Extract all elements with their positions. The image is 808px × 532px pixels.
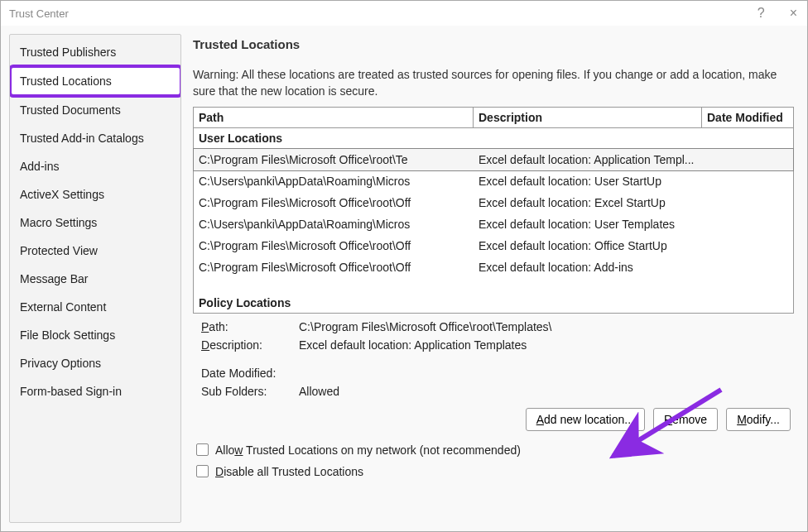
col-date-modified[interactable]: Date Modified <box>702 108 793 127</box>
modify-button[interactable]: Modify... <box>726 408 791 431</box>
cell-description: Excel default location: User Templates <box>474 216 793 232</box>
sidebar-item-message-bar[interactable]: Message Bar <box>10 265 180 293</box>
help-button[interactable]: ? <box>753 5 770 22</box>
sidebar-item-trusted-documents[interactable]: Trusted Documents <box>10 96 180 124</box>
sidebar-item-file-block-settings[interactable]: File Block Settings <box>10 321 180 349</box>
table-header: Path Description Date Modified <box>194 108 793 128</box>
remove-button[interactable]: Remove <box>653 408 718 431</box>
detail-date-label: Date Modified: <box>201 367 299 380</box>
table-row[interactable]: C:\Users\panki\AppData\Roaming\MicrosExc… <box>194 170 793 192</box>
sidebar-item-form-based-sign-in[interactable]: Form-based Sign-in <box>10 377 180 405</box>
disable-all-checkbox[interactable] <box>196 465 209 477</box>
table-row[interactable]: C:\Program Files\Microsoft Office\root\O… <box>194 192 793 213</box>
close-button[interactable]: × <box>785 5 802 22</box>
sidebar-item-trusted-add-in-catalogs[interactable]: Trusted Add-in Catalogs <box>10 124 180 152</box>
titlebar: Trust Center ? × <box>1 1 807 26</box>
detail-path-label: Path: <box>201 320 299 333</box>
disable-all-row[interactable]: Disable all Trusted Locations <box>196 465 794 478</box>
detail-subfolders-value: Allowed <box>299 385 339 398</box>
table-row[interactable]: C:\Program Files\Microsoft Office\root\O… <box>194 235 793 256</box>
detail-desc-label: Description: <box>201 338 299 352</box>
table-row[interactable]: C:\Users\panki\AppData\Roaming\MicrosExc… <box>194 213 793 235</box>
col-description[interactable]: Description <box>474 108 702 127</box>
table-row[interactable]: C:\Program Files\Microsoft Office\root\T… <box>194 149 793 170</box>
buttons-row: Add new location... Remove Modify... <box>193 408 791 431</box>
sidebar-item-trusted-locations[interactable]: Trusted Locations <box>10 66 181 96</box>
warning-text: Warning: All these locations are treated… <box>193 66 794 100</box>
details-panel: Path: C:\Program Files\Microsoft Office\… <box>201 320 791 403</box>
add-new-location-button[interactable]: Add new location... <box>526 408 645 431</box>
cell-description: Excel default location: Add-ins <box>474 259 793 276</box>
sidebar-item-privacy-options[interactable]: Privacy Options <box>10 349 180 377</box>
sidebar: Trusted PublishersTrusted LocationsTrust… <box>9 34 181 523</box>
detail-path-value: C:\Program Files\Microsoft Office\root\T… <box>299 320 552 333</box>
cell-path: C:\Program Files\Microsoft Office\root\O… <box>194 237 474 254</box>
cell-path: C:\Program Files\Microsoft Office\root\O… <box>194 194 474 211</box>
cell-description: Excel default location: Office StartUp <box>474 237 793 254</box>
table-row[interactable]: C:\Program Files\Microsoft Office\root\O… <box>194 256 793 278</box>
main-panel: Trusted Locations Warning: All these loc… <box>193 34 799 523</box>
trust-center-window: Trust Center ? × Trusted PublishersTrust… <box>0 0 808 532</box>
page-heading: Trusted Locations <box>193 37 794 51</box>
allow-network-checkbox[interactable] <box>196 443 209 456</box>
cell-path: C:\Users\panki\AppData\Roaming\Micros <box>194 216 474 232</box>
col-path[interactable]: Path <box>194 108 474 127</box>
sidebar-item-external-content[interactable]: External Content <box>10 293 180 321</box>
sidebar-item-macro-settings[interactable]: Macro Settings <box>10 208 180 237</box>
cell-description: Excel default location: User StartUp <box>474 173 793 189</box>
cell-path: C:\Users\panki\AppData\Roaming\Micros <box>194 173 474 189</box>
allow-network-label: Allow Trusted Locations on my network (n… <box>215 443 521 457</box>
user-locations-header: User Locations <box>194 128 793 149</box>
allow-network-row[interactable]: Allow Trusted Locations on my network (n… <box>196 443 794 457</box>
sidebar-item-add-ins[interactable]: Add-ins <box>10 152 180 180</box>
window-title: Trust Center <box>9 7 69 20</box>
cell-description: Excel default location: Excel StartUp <box>474 194 793 211</box>
cell-path: C:\Program Files\Microsoft Office\root\T… <box>194 151 474 168</box>
disable-all-label: Disable all Trusted Locations <box>215 465 363 478</box>
sidebar-item-activex-settings[interactable]: ActiveX Settings <box>10 180 180 208</box>
locations-table: Path Description Date Modified User Loca… <box>193 107 794 314</box>
detail-subfolders-label: Sub Folders: <box>201 385 299 398</box>
policy-locations-header: Policy Locations <box>194 293 793 313</box>
sidebar-item-protected-view[interactable]: Protected View <box>10 237 180 265</box>
cell-description: Excel default location: Application Temp… <box>474 151 793 168</box>
sidebar-item-trusted-publishers[interactable]: Trusted Publishers <box>10 38 180 66</box>
detail-desc-value: Excel default location: Application Temp… <box>299 338 527 352</box>
cell-path: C:\Program Files\Microsoft Office\root\O… <box>194 259 474 276</box>
